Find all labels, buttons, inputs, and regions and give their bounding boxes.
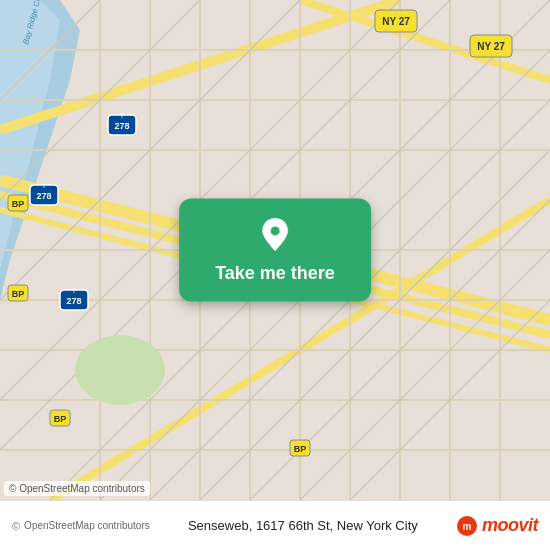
osm-attribution: © OpenStreetMap contributors — [4, 481, 150, 496]
svg-point-61 — [270, 226, 279, 235]
svg-text:I: I — [73, 287, 75, 294]
svg-text:m: m — [463, 521, 472, 532]
moovit-brand-icon: m — [456, 515, 478, 537]
footer-left: © OpenStreetMap contributors — [12, 520, 150, 532]
location-pin-icon — [257, 217, 293, 253]
svg-text:BP: BP — [12, 289, 25, 299]
svg-text:NY 27: NY 27 — [382, 16, 410, 27]
moovit-logo: m moovit — [456, 515, 538, 537]
osm-copyright-footer: © — [12, 520, 20, 532]
svg-text:NY 27: NY 27 — [477, 41, 505, 52]
svg-text:BP: BP — [294, 444, 307, 454]
svg-text:278: 278 — [114, 121, 129, 131]
map-container: 278 I 278 I 278 I NY 27 NY 27 BP BP BP B… — [0, 0, 550, 500]
take-me-there-button[interactable]: Take me there — [179, 199, 371, 302]
moovit-brand-text: moovit — [482, 515, 538, 536]
svg-text:278: 278 — [66, 296, 81, 306]
svg-text:I: I — [43, 182, 45, 189]
svg-text:I: I — [121, 112, 123, 119]
svg-text:BP: BP — [54, 414, 67, 424]
svg-text:BP: BP — [12, 199, 25, 209]
osm-text: OpenStreetMap contributors — [24, 520, 150, 531]
footer: © OpenStreetMap contributors Senseweb, 1… — [0, 500, 550, 550]
svg-point-38 — [75, 335, 165, 405]
cta-label: Take me there — [215, 263, 335, 284]
svg-text:278: 278 — [36, 191, 51, 201]
footer-address: Senseweb, 1617 66th St, New York City — [150, 518, 456, 533]
